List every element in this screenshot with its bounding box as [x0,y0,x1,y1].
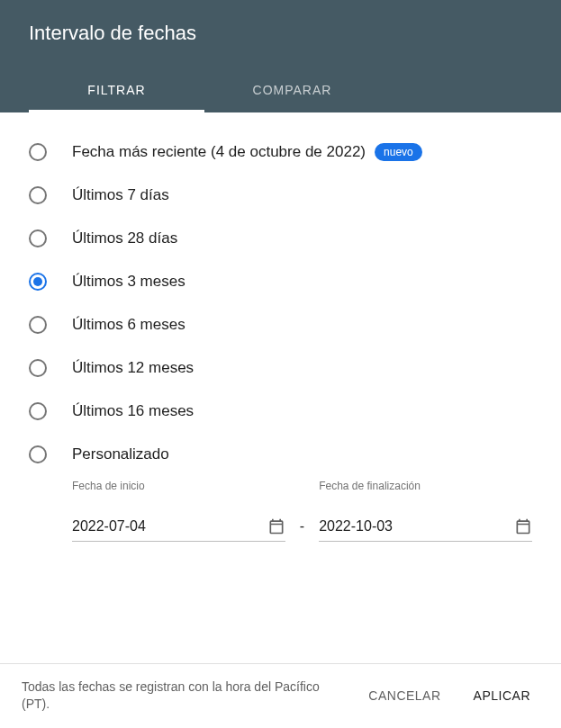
radio-icon [29,316,47,334]
dialog-content: Fecha más reciente (4 de octubre de 2022… [0,112,561,663]
radio-icon [29,402,47,420]
start-date-input[interactable] [72,518,267,535]
calendar-icon[interactable] [514,517,532,535]
radio-icon [29,186,47,204]
radio-label: Últimos 28 días [72,229,177,247]
radio-last-16-months[interactable]: Últimos 16 meses [29,390,532,433]
radio-label: Últimos 3 meses [72,273,185,291]
radio-label: Últimos 16 meses [72,402,194,420]
calendar-icon[interactable] [267,517,285,535]
end-date-field: Fecha de finalización [319,480,532,542]
radio-last-7-days[interactable]: Últimos 7 días [29,174,532,217]
start-date-label: Fecha de inicio [72,480,285,508]
start-date-input-wrap [72,517,285,542]
radio-last-6-months[interactable]: Últimos 6 meses [29,303,532,346]
footer-note: Todas las fechas se registran con la hor… [22,679,345,714]
radio-label: Personalizado [72,445,169,463]
tab-compare[interactable]: COMPARAR [204,70,380,112]
radio-icon [29,445,47,463]
new-badge: nuevo [375,143,422,161]
radio-last-28-days[interactable]: Últimos 28 días [29,217,532,260]
radio-icon [29,143,47,161]
radio-label: Fecha más reciente (4 de octubre de 2022… [72,143,422,161]
end-date-label: Fecha de finalización [319,480,532,508]
dialog-footer: Todas las fechas se registran con la hor… [0,663,561,728]
radio-icon [29,229,47,247]
date-separator: - [300,518,304,542]
custom-date-section: Fecha de inicio - Fecha de finalización [72,480,532,542]
radio-last-3-months[interactable]: Últimos 3 meses [29,260,532,303]
radio-custom[interactable]: Personalizado [29,433,532,476]
tab-filter[interactable]: FILTRAR [29,70,204,112]
end-date-input-wrap [319,517,532,542]
radio-label: Últimos 6 meses [72,316,185,334]
end-date-input[interactable] [319,518,514,535]
cancel-button[interactable]: CANCELAR [359,681,449,710]
start-date-field: Fecha de inicio [72,480,285,542]
radio-latest-date[interactable]: Fecha más reciente (4 de octubre de 2022… [29,130,532,174]
radio-icon [29,359,47,377]
radio-last-12-months[interactable]: Últimos 12 meses [29,346,532,390]
dialog-title: Intervalo de fechas [29,22,532,45]
radio-label: Últimos 12 meses [72,359,194,377]
tabs-container: FILTRAR COMPARAR [29,70,532,112]
radio-label-text: Fecha más reciente (4 de octubre de 2022… [72,143,366,161]
apply-button[interactable]: APLICAR [465,681,539,710]
dialog-header: Intervalo de fechas FILTRAR COMPARAR [0,0,561,112]
radio-icon [29,273,47,291]
radio-label: Últimos 7 días [72,186,169,204]
